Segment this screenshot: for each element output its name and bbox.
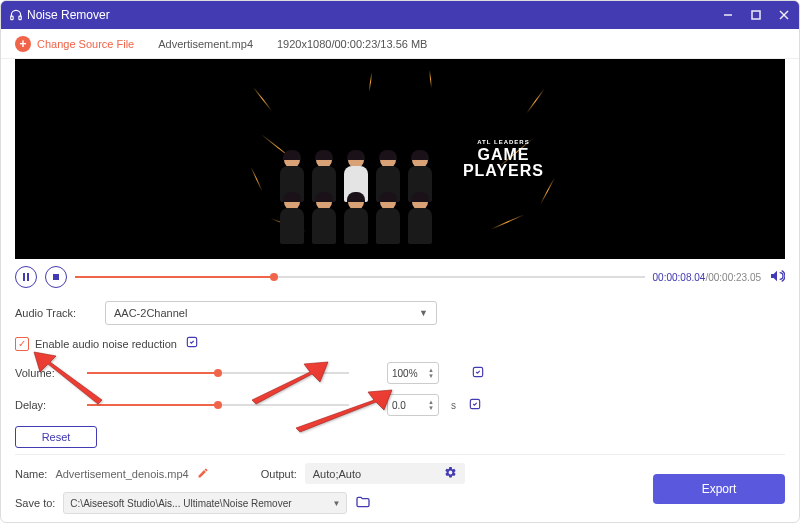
delay-value: 0.0 <box>392 400 406 411</box>
volume-slider[interactable] <box>87 364 349 382</box>
delay-reset-icon[interactable] <box>468 397 482 414</box>
svg-rect-8 <box>53 274 59 280</box>
video-preview: ATL LEADERS GAME PLAYERS <box>15 59 785 259</box>
timeline-slider[interactable] <box>75 265 645 289</box>
svg-rect-6 <box>23 273 25 281</box>
saveto-label: Save to: <box>15 497 55 509</box>
chevron-down-icon: ▼ <box>332 499 340 508</box>
time-display: 00:00:08.04/00:00:23.05 <box>653 272 761 283</box>
name-value: Advertisement_denois.mp4 <box>55 468 188 480</box>
headphones-icon <box>9 8 23 22</box>
plus-icon: + <box>15 36 31 52</box>
enable-noise-label: Enable audio noise reduction <box>35 338 177 350</box>
minimize-button[interactable] <box>721 8 735 22</box>
app-title: Noise Remover <box>27 8 110 22</box>
volume-reset-icon[interactable] <box>471 365 485 382</box>
close-button[interactable] <box>777 8 791 22</box>
svg-rect-3 <box>752 11 760 19</box>
volume-value: 100% <box>392 368 418 379</box>
preview-title-block: ATL LEADERS GAME PLAYERS <box>463 139 544 179</box>
chevron-down-icon: ▼ <box>419 308 428 318</box>
pause-button[interactable] <box>15 266 37 288</box>
audio-track-label: Audio Track: <box>15 307 93 319</box>
preview-subtitle: ATL LEADERS <box>463 139 544 145</box>
audio-track-select[interactable]: AAC-2Channel ▼ <box>105 301 437 325</box>
settings-panel: Audio Track: AAC-2Channel ▼ ✓ Enable aud… <box>1 295 799 454</box>
preview-title-line2: PLAYERS <box>463 163 544 179</box>
chevron-down-icon[interactable]: ▼ <box>428 405 434 411</box>
output-value-field[interactable]: Auto;Auto <box>305 463 465 484</box>
source-filename: Advertisement.mp4 <box>158 38 253 50</box>
edit-name-icon[interactable] <box>197 467 209 481</box>
svg-rect-0 <box>11 16 13 20</box>
stop-button[interactable] <box>45 266 67 288</box>
noise-reset-icon[interactable] <box>185 335 199 352</box>
output-label: Output: <box>261 468 297 480</box>
delay-input[interactable]: 0.0 ▲▼ <box>387 394 439 416</box>
saveto-select[interactable]: C:\Aiseesoft Studio\Ais... Ultimate\Nois… <box>63 492 347 514</box>
play-controls: 00:00:08.04/00:00:23.05 <box>1 259 799 295</box>
delay-label: Delay: <box>15 399 75 411</box>
svg-rect-7 <box>27 273 29 281</box>
toolbar: + Change Source File Advertisement.mp4 1… <box>1 29 799 59</box>
change-source-label: Change Source File <box>37 38 134 50</box>
svg-rect-1 <box>19 16 21 20</box>
saveto-value: C:\Aiseesoft Studio\Ais... Ultimate\Nois… <box>70 498 291 509</box>
source-info: 1920x1080/00:00:23/13.56 MB <box>277 38 427 50</box>
delay-unit: s <box>451 400 456 411</box>
delay-slider[interactable] <box>87 396 349 414</box>
volume-label: Volume: <box>15 367 75 379</box>
folder-icon[interactable] <box>355 494 371 512</box>
output-value: Auto;Auto <box>313 468 361 480</box>
titlebar: Noise Remover <box>1 1 799 29</box>
preview-title-line1: GAME <box>463 147 544 163</box>
audio-track-value: AAC-2Channel <box>114 307 187 319</box>
export-button[interactable]: Export <box>653 474 785 504</box>
volume-icon[interactable] <box>769 268 785 286</box>
time-current: 00:00:08.04 <box>653 272 706 283</box>
footer: Name: Advertisement_denois.mp4 Output: A… <box>1 455 799 522</box>
volume-input[interactable]: 100% ▲▼ <box>387 362 439 384</box>
chevron-down-icon[interactable]: ▼ <box>428 373 434 379</box>
maximize-button[interactable] <box>749 8 763 22</box>
enable-noise-checkbox[interactable]: ✓ <box>15 337 29 351</box>
gear-icon[interactable] <box>444 466 457 481</box>
preview-people <box>276 102 436 252</box>
name-label: Name: <box>15 468 47 480</box>
time-total: 00:00:23.05 <box>708 272 761 283</box>
reset-button[interactable]: Reset <box>15 426 97 448</box>
change-source-button[interactable]: + Change Source File <box>15 36 134 52</box>
